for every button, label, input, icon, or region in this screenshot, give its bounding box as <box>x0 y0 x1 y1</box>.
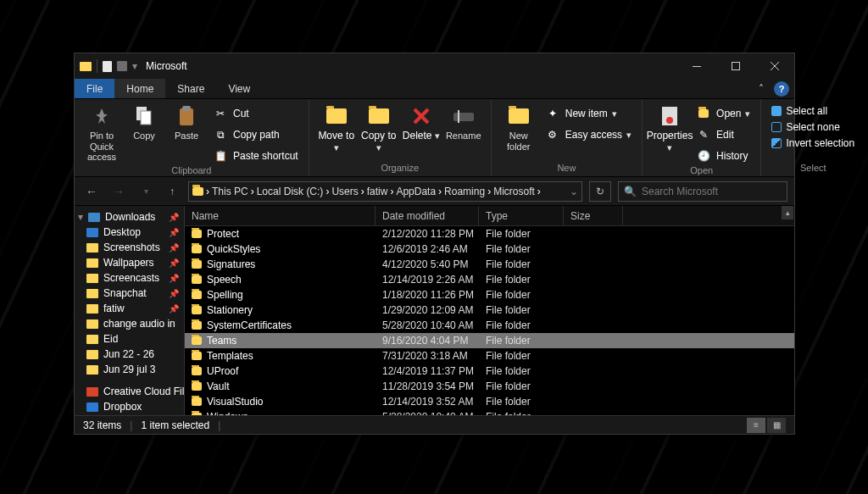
search-box[interactable]: 🔍 Search Microsoft <box>618 181 787 202</box>
status-item-count: 32 items <box>83 419 121 431</box>
breadcrumb-item[interactable]: Microsoft <box>493 186 535 197</box>
file-row[interactable]: Teams9/16/2020 4:04 PMFile folder <box>185 333 794 348</box>
nav-item[interactable]: Screenshots📌 <box>75 240 184 255</box>
nav-item[interactable]: fatiw📌 <box>75 301 184 316</box>
breadcrumb-item[interactable]: AppData <box>396 186 436 197</box>
close-button[interactable] <box>755 53 794 79</box>
nav-item[interactable]: Screencasts📌 <box>75 270 184 286</box>
chevron-right-icon[interactable]: › <box>487 186 491 197</box>
nav-item[interactable]: Eid <box>75 331 184 347</box>
pin-icon: 📌 <box>169 228 179 237</box>
nav-item[interactable]: Wallpapers📌 <box>75 255 184 270</box>
up-button[interactable]: ↑ <box>163 182 181 201</box>
file-row[interactable]: UProof12/4/2019 11:37 PMFile folder <box>185 364 794 379</box>
chevron-right-icon[interactable]: › <box>390 186 393 197</box>
nav-item[interactable]: Jun 22 - 26 <box>75 347 184 362</box>
nav-item[interactable]: Dropbox <box>75 399 184 414</box>
expand-icon[interactable]: ▾ <box>78 211 83 223</box>
qat-properties-icon[interactable] <box>103 61 112 72</box>
copy-to-button[interactable]: Copy to ▾ <box>359 103 399 153</box>
chevron-right-icon[interactable]: › <box>206 186 209 197</box>
paste-button[interactable]: Paste <box>166 103 207 142</box>
cut-button[interactable]: ✂Cut <box>209 104 302 123</box>
col-type[interactable]: Type <box>479 206 564 225</box>
file-row[interactable]: Templates7/31/2020 3:18 AMFile folder <box>185 348 794 364</box>
file-row[interactable]: VisualStudio12/14/2019 3:52 AMFile folde… <box>185 394 794 409</box>
paste-shortcut-button[interactable]: 📋Paste shortcut <box>209 147 302 165</box>
file-date: 11/28/2019 3:54 PM <box>376 380 479 392</box>
tab-home[interactable]: Home <box>114 79 165 98</box>
file-row[interactable]: Protect2/12/2020 11:28 PMFile folder <box>185 226 794 241</box>
properties-button[interactable]: Properties ▾ <box>649 103 690 153</box>
view-details-button[interactable]: ≡ <box>747 418 765 433</box>
view-icons-button[interactable]: ▦ <box>767 418 786 433</box>
delete-button[interactable]: Delete ▾ <box>401 103 442 142</box>
nav-item[interactable]: Creative Cloud Fil <box>75 384 184 399</box>
breadcrumb-item[interactable]: Users <box>331 186 358 197</box>
easy-access-button[interactable]: ⚙Easy access ▾ <box>541 125 635 144</box>
file-row[interactable]: Speech12/14/2019 2:26 AMFile folder <box>185 272 794 287</box>
col-name[interactable]: Name <box>185 206 376 225</box>
col-date[interactable]: Date modified <box>376 206 479 225</box>
recent-dropdown-icon[interactable]: ▾ <box>136 181 156 202</box>
breadcrumb-item[interactable]: Roaming <box>444 186 485 197</box>
select-all-button[interactable]: Select all <box>768 104 858 118</box>
file-date: 12/14/2019 2:26 AM <box>376 274 479 286</box>
copy-button[interactable]: Copy <box>124 103 164 142</box>
address-dropdown-icon[interactable]: ⌄ <box>570 186 578 197</box>
col-size[interactable]: Size <box>564 206 623 225</box>
file-type: File folder <box>479 365 564 377</box>
edit-button[interactable]: ✎Edit <box>692 125 754 144</box>
chevron-right-icon[interactable]: › <box>326 186 329 197</box>
copy-path-button[interactable]: ⧉Copy path <box>209 125 302 144</box>
open-button[interactable]: Open ▾ <box>692 104 754 123</box>
invert-selection-button[interactable]: Invert selection <box>768 136 858 150</box>
nav-item[interactable]: Snapchat📌 <box>75 286 184 301</box>
minimize-button[interactable] <box>677 53 716 79</box>
chevron-right-icon[interactable]: › <box>361 186 364 197</box>
chevron-right-icon[interactable]: › <box>251 186 254 197</box>
breadcrumb-item[interactable]: Local Disk (C:) <box>257 186 324 197</box>
group-clipboard-label: Clipboard <box>171 165 211 177</box>
tab-file[interactable]: File <box>75 79 114 98</box>
nav-item[interactable]: Desktop📌 <box>75 225 184 240</box>
file-row[interactable]: Windows5/28/2020 10:40 AMFile folder <box>185 409 794 415</box>
tab-share[interactable]: Share <box>165 79 216 98</box>
select-none-icon <box>771 122 782 132</box>
qat-newfolder-icon[interactable] <box>117 61 127 71</box>
title-bar[interactable]: ▾ Microsoft <box>75 53 794 79</box>
file-row[interactable]: QuickStyles12/6/2019 2:46 AMFile folder <box>185 241 794 257</box>
file-row[interactable]: Vault11/28/2019 3:54 PMFile folder <box>185 379 794 394</box>
rename-button[interactable]: Rename <box>443 103 484 142</box>
scroll-up-icon[interactable]: ▴ <box>782 206 793 219</box>
refresh-button[interactable]: ↻ <box>589 181 611 202</box>
move-to-button[interactable]: Move to ▾ <box>316 103 357 153</box>
qat-dropdown-icon[interactable]: ▾ <box>132 60 137 72</box>
file-row[interactable]: SystemCertificates5/28/2020 10:40 AMFile… <box>185 318 794 333</box>
new-folder-button[interactable]: New folder <box>498 103 539 152</box>
navigation-pane[interactable]: ▾Downloads📌Desktop📌Screenshots📌Wallpaper… <box>75 206 185 415</box>
pin-to-quick-access-button[interactable]: Pin to Quick access <box>81 103 122 163</box>
chevron-right-icon[interactable]: › <box>438 186 442 197</box>
forward-button[interactable]: → <box>108 181 129 202</box>
file-row[interactable]: Stationery1/29/2020 12:09 AMFile folder <box>185 303 794 318</box>
back-button[interactable]: ← <box>81 181 102 202</box>
file-row[interactable]: Signatures4/12/2020 5:40 PMFile folder <box>185 257 794 272</box>
new-item-button[interactable]: ✦New item ▾ <box>541 104 635 123</box>
help-icon[interactable]: ? <box>774 81 789 97</box>
ribbon-collapse-icon[interactable]: ˄ <box>748 79 774 98</box>
file-row[interactable]: Spelling1/18/2020 11:26 PMFile folder <box>185 287 794 303</box>
breadcrumb-item[interactable]: This PC <box>212 186 248 197</box>
select-none-button[interactable]: Select none <box>768 120 858 134</box>
nav-item[interactable]: change audio in <box>75 316 184 331</box>
address-bar[interactable]: › This PC›Local Disk (C:)›Users›fatiw›Ap… <box>188 181 582 202</box>
nav-item[interactable]: ▾Downloads📌 <box>75 209 184 225</box>
address-folder-icon <box>192 187 203 196</box>
tab-view[interactable]: View <box>216 79 262 98</box>
nav-item[interactable]: Jun 29 jul 3 <box>75 362 184 377</box>
status-selected-count: 1 item selected <box>141 419 209 431</box>
maximize-button[interactable] <box>716 53 755 79</box>
breadcrumb-item[interactable]: fatiw <box>367 186 388 197</box>
folder-icon <box>86 228 98 237</box>
history-button[interactable]: 🕘History <box>692 147 754 165</box>
